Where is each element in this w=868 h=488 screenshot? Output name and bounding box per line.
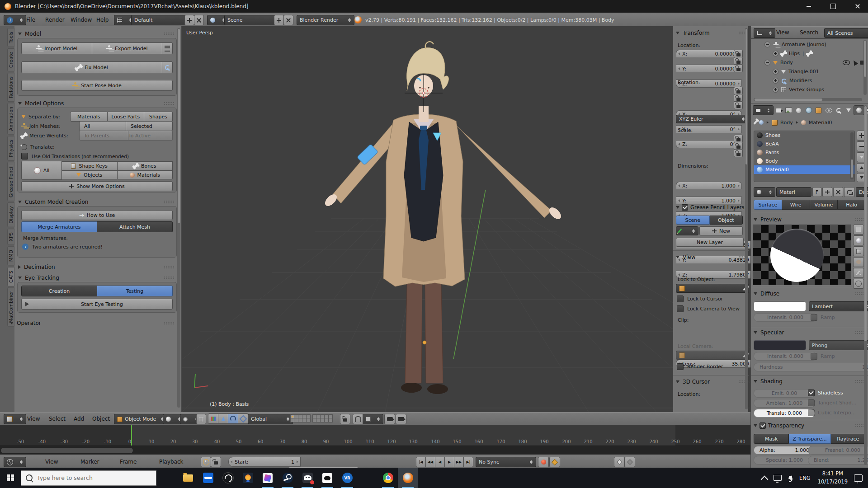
preview-cube-button[interactable] bbox=[853, 246, 864, 256]
snap-toggle[interactable] bbox=[353, 414, 363, 424]
shading-panel-header[interactable]: Shading bbox=[754, 378, 866, 385]
outliner-row-hips[interactable]: Hips | bbox=[773, 50, 812, 57]
screen-layout-select[interactable]: Default bbox=[131, 15, 190, 25]
rotation-z-field[interactable]: Z:0° bbox=[676, 140, 742, 148]
gp-new-button[interactable]: New bbox=[699, 226, 743, 235]
lock-time-toggle[interactable] bbox=[211, 457, 221, 467]
volume-tab[interactable]: Volume bbox=[810, 200, 838, 210]
maximize-button[interactable] bbox=[823, 0, 844, 13]
lock-location-z[interactable] bbox=[734, 64, 743, 72]
npanel-scrollbar[interactable] bbox=[745, 28, 748, 409]
emit-slider[interactable]: Emit: 0.00 bbox=[754, 389, 815, 398]
all-button[interactable]: All bbox=[21, 161, 62, 180]
fake-user-button[interactable]: F bbox=[812, 187, 821, 197]
expand-icon[interactable] bbox=[773, 51, 778, 56]
lock-rotation-z[interactable] bbox=[734, 101, 743, 109]
materials-button[interactable]: Materials bbox=[118, 170, 173, 179]
menu-outliner-view[interactable]: View bbox=[776, 29, 789, 36]
tool-shelf-scrollbar[interactable] bbox=[177, 28, 180, 408]
model-menu-button[interactable] bbox=[162, 42, 173, 54]
export-model-button[interactable]: Export Model bbox=[92, 42, 163, 54]
collapse-icon[interactable] bbox=[764, 60, 770, 66]
shadeless-checkbox[interactable] bbox=[808, 389, 815, 396]
props-tab-render-layers[interactable] bbox=[784, 106, 793, 115]
shape-keys-button[interactable]: Shape Keys bbox=[62, 161, 118, 170]
material-browse-button[interactable] bbox=[754, 187, 775, 197]
gp-datablock-button[interactable] bbox=[676, 226, 698, 235]
outliner-row-armature[interactable]: Armature (Journo) bbox=[764, 41, 826, 48]
breadcrumb-object[interactable]: Body bbox=[780, 120, 793, 126]
taskbar-search[interactable] bbox=[21, 470, 156, 486]
how-to-use-button[interactable]: →How to Use bbox=[21, 210, 173, 220]
viewport-3d[interactable]: User Persp (1) Body : Basis bbox=[182, 26, 750, 412]
gp-new-layer-button[interactable]: New Layer bbox=[676, 238, 744, 247]
join-all-button[interactable]: All bbox=[79, 121, 126, 131]
panel-grip[interactable] bbox=[738, 380, 745, 384]
collapse-icon[interactable] bbox=[764, 42, 770, 47]
manipulator-translate-toggle[interactable] bbox=[218, 413, 228, 424]
menu-tl-frame[interactable]: Frame bbox=[120, 459, 137, 465]
location-y-field[interactable]: Y:0.00000 bbox=[676, 65, 742, 72]
attach-mesh-tab[interactable]: Attach Mesh bbox=[97, 221, 173, 232]
close-button[interactable] bbox=[847, 0, 868, 13]
separate-materials-button[interactable]: Materials bbox=[70, 112, 108, 122]
render-engine-select[interactable]: Blender Render bbox=[297, 15, 354, 25]
opengl-render-anim-button[interactable] bbox=[396, 414, 406, 424]
specular-alpha-slider[interactable]: Specula: 1.000 bbox=[754, 456, 815, 465]
props-tab-object[interactable] bbox=[814, 106, 823, 115]
tab-tools[interactable]: Tools bbox=[7, 28, 14, 47]
props-tab-modifiers[interactable] bbox=[834, 106, 843, 115]
render-border-checkbox[interactable] bbox=[677, 363, 684, 370]
tab-cats[interactable]: CATS bbox=[7, 267, 14, 286]
preview-panel-header[interactable]: Preview bbox=[754, 216, 866, 223]
keying-set-button[interactable] bbox=[549, 457, 560, 467]
diffuse-intensity-slider[interactable]: Intensit: 0.800 bbox=[754, 313, 817, 322]
props-tab-scene[interactable] bbox=[794, 106, 803, 115]
gpencil-panel-header[interactable]: Grease Pencil Layers bbox=[676, 204, 746, 211]
tray-volume-icon[interactable] bbox=[788, 475, 792, 481]
join-selected-button[interactable]: Selected bbox=[126, 121, 173, 131]
jump-to-start-button[interactable]: |◀ bbox=[416, 457, 426, 467]
material-slot[interactable]: Shoes bbox=[754, 131, 854, 140]
editor-type-button-outliner[interactable] bbox=[754, 28, 775, 38]
opengl-render-image-button[interactable] bbox=[384, 414, 395, 424]
play-reverse-button[interactable]: ◀ bbox=[435, 457, 445, 467]
panel-grip[interactable] bbox=[164, 102, 175, 106]
orientation-select[interactable]: Global bbox=[248, 414, 293, 424]
scene-lock-toggle[interactable] bbox=[340, 414, 350, 424]
section-eye-tracking-header[interactable]: Eye Tracking bbox=[18, 275, 175, 281]
halo-tab[interactable]: Halo bbox=[838, 200, 866, 210]
tab-create[interactable]: Create bbox=[7, 48, 14, 71]
lock-to-object-field[interactable] bbox=[676, 284, 749, 293]
tangent-checkbox[interactable] bbox=[808, 399, 815, 406]
alpha-slider[interactable]: Alpha:1.000 bbox=[754, 446, 815, 455]
editor-type-button-props[interactable] bbox=[753, 105, 774, 115]
eye-testing-tab[interactable]: Testing bbox=[97, 286, 173, 296]
panel-grip[interactable] bbox=[164, 321, 175, 325]
section-decimation-header[interactable]: Decimation bbox=[18, 264, 175, 270]
slots-scrollbar[interactable] bbox=[850, 132, 854, 179]
insert-keyframe-button[interactable] bbox=[614, 457, 625, 467]
show-more-options-button[interactable]: Show More Options bbox=[21, 181, 173, 191]
editor-type-button-timeline[interactable] bbox=[4, 457, 26, 467]
preview-monkey-button[interactable] bbox=[853, 257, 864, 267]
gpencil-checkbox[interactable] bbox=[682, 204, 688, 211]
editor-type-button[interactable]: i bbox=[4, 15, 26, 25]
import-model-button[interactable]: Import Model bbox=[21, 42, 92, 54]
menu-tl-marker[interactable]: Marker bbox=[80, 459, 99, 465]
sync-select[interactable]: No Sync bbox=[476, 457, 536, 467]
view-panel-header[interactable]: View bbox=[676, 254, 745, 260]
panel-grip[interactable] bbox=[164, 276, 175, 280]
search-input[interactable] bbox=[36, 474, 146, 482]
tab-mmd[interactable]: MMD bbox=[7, 246, 14, 265]
lock-scale-z[interactable] bbox=[734, 149, 743, 157]
menu-tl-playback[interactable]: Playback bbox=[159, 459, 184, 465]
section-custom-model-header[interactable]: Custom Model Creation bbox=[18, 199, 175, 205]
specular-intensity-slider[interactable]: Intensit: 0.800 bbox=[754, 352, 817, 361]
menu-outliner-search[interactable]: Search bbox=[800, 29, 818, 36]
lock-to-cursor-checkbox[interactable] bbox=[677, 296, 684, 302]
taskbar-file-explorer-icon[interactable] bbox=[178, 468, 198, 488]
frame-start-field[interactable]: Start:1 bbox=[228, 457, 301, 467]
gp-object-tab[interactable]: Object bbox=[710, 216, 743, 225]
use-preview-range-toggle[interactable] bbox=[201, 457, 211, 467]
